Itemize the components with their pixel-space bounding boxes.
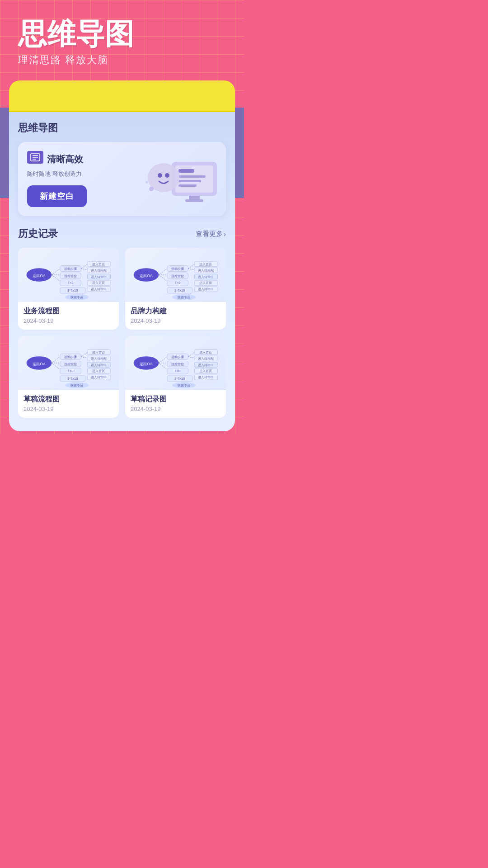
svg-text:进入流程配: 进入流程配 [91,269,107,273]
view-more-button[interactable]: 查看更多 › [196,230,226,238]
header: 思维导图 理清思路 释放大脑 [0,0,244,76]
svg-text:进入流程配: 进入流程配 [198,357,214,361]
history-item-3[interactable]: 返回OA 选购步骤 流程管控 T<3 [18,336,119,418]
new-blank-button[interactable]: 新建空白 [27,185,87,207]
svg-text:进入待审中: 进入待审中 [198,288,214,292]
svg-text:选购步骤: 选购步骤 [64,355,77,359]
svg-text:流程管控: 流程管控 [171,274,184,278]
svg-text:进入待审中: 进入待审中 [198,376,214,380]
card-yellow-top [9,80,235,112]
svg-text:联锁专员: 联锁专员 [70,296,83,299]
svg-line-100 [159,357,167,363]
svg-text:进入首页: 进入首页 [92,351,105,354]
svg-line-29 [81,269,87,270]
svg-text:返回OA: 返回OA [140,362,153,366]
svg-text:T<3: T<3 [68,281,74,285]
history-header: 历史记录 查看更多 › [18,227,226,241]
svg-text:进入首页: 进入首页 [199,263,212,266]
svg-text:流程管控: 流程管控 [64,274,77,278]
svg-text:返回OA: 返回OA [33,362,46,366]
svg-text:进入待审中: 进入待审中 [198,275,214,279]
svg-text:T<3: T<3 [68,369,74,373]
feature-banner-left: 清晰高效 随时随地 释放创造力 新建空白 [27,151,217,207]
svg-text:进入待审中: 进入待审中 [91,376,107,380]
svg-text:进入首页: 进入首页 [199,370,212,373]
svg-text:T<3: T<3 [175,369,181,373]
svg-line-46 [159,269,167,275]
svg-text:T<3: T<3 [175,281,181,285]
history-info-3: 草稿流程图 2024-03-19 [18,390,119,418]
history-name-2: 品牌力构建 [131,307,221,316]
history-thumb-4: 返回OA 选购步骤 流程管控 T<3 [125,336,226,390]
svg-text:流程管控: 流程管控 [171,362,184,366]
history-section: 历史记录 查看更多 › 返回OA [18,227,226,418]
svg-text:进入首页: 进入首页 [199,351,212,354]
history-item-1[interactable]: 返回OA 选购步骤 流程管控 T [18,248,119,330]
svg-line-109 [188,353,194,357]
history-title: 历史记录 [18,227,58,241]
feature-label: 清晰高效 [47,153,83,165]
feature-icon [27,151,43,164]
history-info-2: 品牌力构建 2024-03-19 [125,302,226,330]
svg-text:联锁专员: 联锁专员 [178,384,190,387]
svg-text:进入流程配: 进入流程配 [91,357,107,361]
svg-text:选购步骤: 选购步骤 [171,355,184,359]
svg-line-21 [52,275,60,281]
feature-desc: 随时随地 释放创造力 [27,170,217,178]
svg-text:进入首页: 进入首页 [92,282,105,285]
history-name-3: 草稿流程图 [23,395,113,404]
svg-text:进入待审中: 进入待审中 [91,363,107,367]
card-wrapper: 思维导图 清晰高效 [9,80,235,431]
svg-text:进入待审中: 进入待审中 [198,363,214,367]
history-item-4[interactable]: 返回OA 选购步骤 流程管控 T<3 [125,336,226,418]
svg-line-48 [159,275,167,281]
history-grid: 返回OA 选购步骤 流程管控 T [18,248,226,418]
svg-text:联锁专员: 联锁专员 [70,384,83,387]
card-section-title: 思维导图 [18,121,226,135]
svg-text:返回OA: 返回OA [140,274,153,278]
history-thumb-1: 返回OA 选购步骤 流程管控 T [18,248,119,302]
svg-line-75 [52,363,60,369]
history-info-4: 草稿记录图 2024-03-19 [125,390,226,418]
history-thumb-2: 返回OA 选购步骤 流程管控 T<3 [125,248,226,302]
svg-line-82 [81,353,87,357]
svg-text:联锁专员: 联锁专员 [178,296,190,299]
svg-text:3*7x10: 3*7x10 [174,377,185,381]
view-more-label: 查看更多 [196,230,223,238]
page-title: 思维导图 [18,18,226,50]
history-thumb-3: 返回OA 选购步骤 流程管控 T<3 [18,336,119,390]
history-item-2[interactable]: 返回OA 选购步骤 流程管控 T<3 [125,248,226,330]
history-info-1: 业务流程图 2024-03-19 [18,302,119,330]
svg-text:进入流程配: 进入流程配 [198,269,214,273]
svg-text:流程管控: 流程管控 [64,362,77,366]
svg-line-55 [188,264,194,269]
history-name-4: 草稿记录图 [131,395,221,404]
history-date-4: 2024-03-19 [131,406,221,412]
svg-text:3*7x10: 3*7x10 [174,289,185,293]
svg-line-110 [188,357,194,358]
svg-line-28 [81,264,87,269]
history-date-3: 2024-03-19 [23,406,113,412]
svg-line-83 [81,357,87,358]
svg-line-73 [52,357,60,363]
page-subtitle: 理清思路 释放大脑 [18,53,226,67]
svg-text:选购步骤: 选购步骤 [171,267,184,271]
svg-line-102 [159,363,167,369]
svg-text:选购步骤: 选购步骤 [64,267,77,271]
svg-text:进入首页: 进入首页 [199,282,212,285]
svg-text:3*7x10: 3*7x10 [67,289,78,293]
svg-line-19 [52,269,60,275]
feature-banner: 清晰高效 随时随地 释放创造力 新建空白 [18,142,226,216]
history-date-2: 2024-03-19 [131,317,221,324]
svg-text:进入待审中: 进入待审中 [91,288,107,292]
history-name-1: 业务流程图 [23,307,113,316]
svg-text:进入待审中: 进入待审中 [91,275,107,279]
svg-line-56 [188,269,194,270]
svg-text:进入首页: 进入首页 [92,370,105,373]
history-date-1: 2024-03-19 [23,317,113,324]
chevron-right-icon: › [224,230,226,238]
svg-text:3*7x10: 3*7x10 [67,377,78,381]
svg-text:进入首页: 进入首页 [92,263,105,266]
main-card: 思维导图 清晰高效 [9,112,235,431]
svg-text:返回OA: 返回OA [33,274,46,278]
